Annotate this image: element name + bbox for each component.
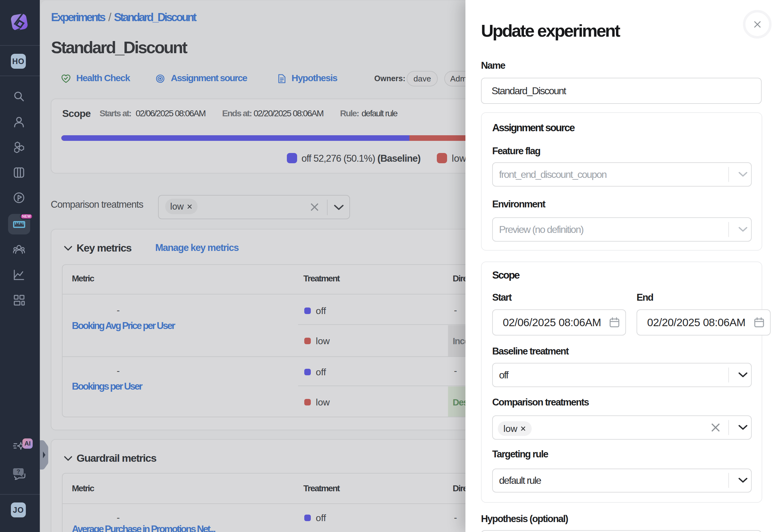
svg-text:?: ? [16, 468, 20, 475]
